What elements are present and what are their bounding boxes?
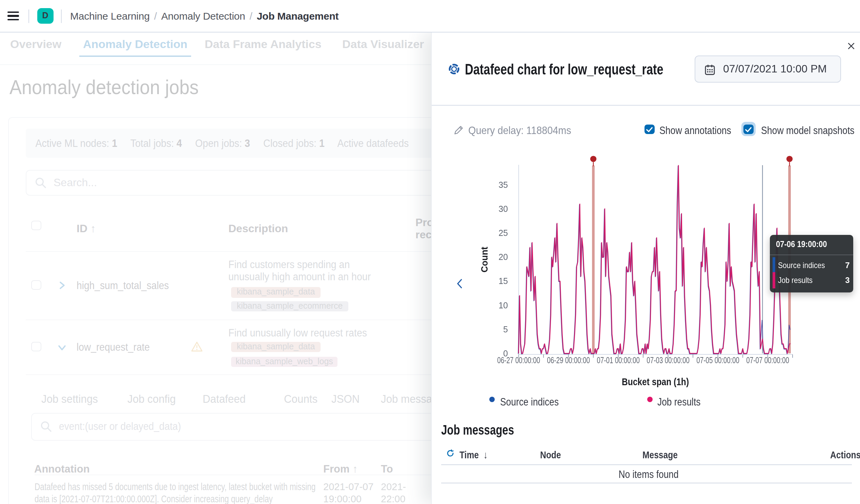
svg-text:07-05 00:00:00: 07-05 00:00:00 <box>696 355 739 365</box>
svg-text:5: 5 <box>503 324 507 334</box>
svg-text:25: 25 <box>498 228 507 237</box>
svg-text:20: 20 <box>498 252 507 261</box>
svg-text:06-29 00:00:00: 06-29 00:00:00 <box>547 355 590 365</box>
svg-text:07-03 00:00:00: 07-03 00:00:00 <box>646 355 689 365</box>
svg-text:35: 35 <box>498 180 507 189</box>
svg-text:06-27 00:00:00: 06-27 00:00:00 <box>497 355 540 365</box>
svg-text:30: 30 <box>498 204 507 213</box>
svg-text:07-01 00:00:00: 07-01 00:00:00 <box>597 355 640 365</box>
svg-text:15: 15 <box>498 276 507 285</box>
svg-text:10: 10 <box>498 300 507 310</box>
svg-text:07-07 00:00:00: 07-07 00:00:00 <box>746 355 789 365</box>
svg-text:Count: Count <box>479 247 489 272</box>
